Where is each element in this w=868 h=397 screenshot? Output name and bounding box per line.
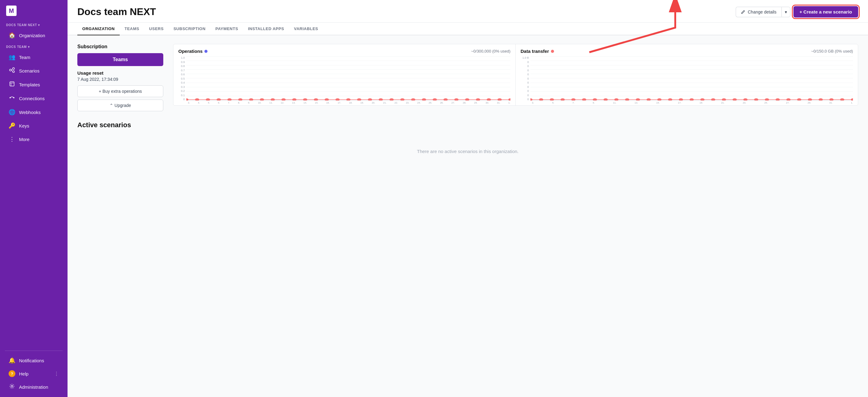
templates-icon xyxy=(9,81,16,88)
team-label: Team xyxy=(19,55,30,60)
connections-icon xyxy=(9,95,16,102)
svg-point-69 xyxy=(797,98,801,101)
y-axis-operations: 1.0 0.9 0.8 0.7 0.6 0.5 0.4 0.3 0.2 0. xyxy=(178,56,186,101)
docs-team-header[interactable]: DOCS TEAM ▾ xyxy=(0,42,67,50)
svg-point-21 xyxy=(281,98,286,101)
webhooks-label: Webhooks xyxy=(19,110,41,115)
svg-point-30 xyxy=(379,98,383,101)
svg-point-49 xyxy=(582,98,586,101)
svg-point-38 xyxy=(465,98,469,101)
svg-point-54 xyxy=(636,98,640,101)
x-axis-labels: 3. 4. 5. 6. 7. 8. 9. 10. 11. 12. 13. xyxy=(178,102,510,104)
data-transfer-subtitle: ~0/150.0 GB (0% used) xyxy=(811,49,853,54)
svg-point-60 xyxy=(701,98,705,101)
svg-point-2 xyxy=(12,71,14,73)
tab-users[interactable]: USERS xyxy=(144,23,168,35)
svg-line-3 xyxy=(11,69,12,70)
svg-point-51 xyxy=(603,98,608,101)
help-options-icon: ⋮ xyxy=(54,371,59,377)
upgrade-button[interactable]: ⌃ Upgrade xyxy=(78,100,163,111)
svg-point-74 xyxy=(851,98,853,101)
dt-x-axis: 3. 5. 7. 9. 11. 13. 15. 17. 19. 21. 23. xyxy=(521,102,853,104)
svg-point-50 xyxy=(593,98,597,101)
svg-point-39 xyxy=(476,98,480,101)
sidebar-item-help[interactable]: ? Help ⋮ xyxy=(2,367,65,380)
sidebar-item-connections[interactable]: Connections xyxy=(2,92,65,105)
dt-line-chart xyxy=(530,56,853,101)
page-title: Docs team NEXT xyxy=(78,6,156,23)
usage-reset-heading: Usage reset xyxy=(78,70,163,76)
dt-plot xyxy=(530,56,853,101)
teams-plan-button[interactable]: Teams xyxy=(78,53,163,66)
change-details-button[interactable]: Change details xyxy=(736,7,781,17)
sidebar-item-team[interactable]: 👥 Team xyxy=(2,51,65,64)
svg-point-36 xyxy=(443,98,448,101)
svg-point-62 xyxy=(722,98,726,101)
svg-point-41 xyxy=(498,98,502,101)
svg-point-14 xyxy=(206,98,210,101)
upgrade-label: ⌃ Upgrade xyxy=(110,103,131,108)
top-org-header[interactable]: DOCS TEAM NEXT ▾ xyxy=(0,20,67,29)
svg-point-18 xyxy=(249,98,253,101)
svg-point-40 xyxy=(487,98,491,101)
svg-point-59 xyxy=(689,98,694,101)
svg-point-0 xyxy=(9,69,11,71)
svg-point-55 xyxy=(646,98,651,101)
sidebar-item-webhooks[interactable]: 🌐 Webhooks xyxy=(2,106,65,119)
svg-point-66 xyxy=(765,98,769,101)
notifications-label: Notifications xyxy=(19,358,44,363)
tab-organization[interactable]: ORGANIZATION xyxy=(78,23,120,35)
svg-point-63 xyxy=(733,98,737,101)
dt-chart-area: 1.0 B 0 0 0 0 0 0 0 0 0 xyxy=(521,56,853,105)
svg-point-53 xyxy=(625,98,629,101)
sidebar-item-organization[interactable]: 🏠 Organization xyxy=(2,29,65,42)
administration-label: Administration xyxy=(19,385,48,390)
change-details-dropdown[interactable]: ▾ xyxy=(781,7,790,17)
svg-point-48 xyxy=(571,98,576,101)
svg-point-61 xyxy=(711,98,715,101)
svg-point-25 xyxy=(325,98,329,101)
svg-point-58 xyxy=(679,98,683,101)
plan-name: Teams xyxy=(113,57,128,62)
buy-extra-button[interactable]: + Buy extra operations xyxy=(78,85,163,97)
svg-point-15 xyxy=(217,98,221,101)
tab-payments[interactable]: PAYMENTS xyxy=(211,23,243,35)
data-transfer-title: Data transfer xyxy=(521,49,554,54)
tab-installed-apps[interactable]: INSTALLED APPS xyxy=(243,23,289,35)
data-transfer-chart-header: Data transfer ~0/150.0 GB (0% used) xyxy=(521,49,853,54)
sidebar-divider xyxy=(5,350,63,351)
create-scenario-label: + Create a new scenario xyxy=(800,9,852,15)
svg-point-71 xyxy=(818,98,823,101)
tab-subscription[interactable]: SUBSCRIPTION xyxy=(168,23,210,35)
sidebar-item-more[interactable]: ⋮ More xyxy=(2,133,65,146)
sidebar-item-administration[interactable]: Administration xyxy=(2,380,65,394)
operations-title: Operations xyxy=(178,49,208,54)
charts-row: Operations ~0/300,000 (0% used) 1.0 0.9 … xyxy=(173,44,858,106)
sidebar-item-keys[interactable]: 🔑 Keys xyxy=(2,119,65,132)
create-scenario-button[interactable]: + Create a new scenario xyxy=(794,6,858,18)
ops-line-chart xyxy=(186,56,510,101)
keys-label: Keys xyxy=(19,123,29,129)
more-dots-icon: ⋮ xyxy=(9,136,16,143)
edit-icon xyxy=(741,10,745,14)
operations-subtitle: ~0/300,000 (0% used) xyxy=(471,49,510,54)
sidebar-item-scenarios[interactable]: Scenarios xyxy=(2,64,65,78)
help-label: Help xyxy=(19,371,29,376)
sidebar-item-templates[interactable]: Templates xyxy=(2,78,65,91)
webhooks-icon: 🌐 xyxy=(9,109,16,116)
tab-teams[interactable]: TEAMS xyxy=(120,23,144,35)
top-org-label: DOCS TEAM NEXT ▾ xyxy=(6,23,40,27)
sidebar-item-notifications[interactable]: 🔔 Notifications xyxy=(2,354,65,367)
svg-point-31 xyxy=(390,98,394,101)
svg-point-20 xyxy=(271,98,275,101)
svg-point-72 xyxy=(829,98,834,101)
svg-point-46 xyxy=(550,98,554,101)
dropdown-chevron-icon: ▾ xyxy=(785,9,787,15)
svg-point-37 xyxy=(454,98,459,101)
scenarios-label: Scenarios xyxy=(19,68,40,74)
data-transfer-chart: Data transfer ~0/150.0 GB (0% used) 1.0 … xyxy=(516,44,858,105)
logo-letter: M xyxy=(9,7,14,15)
svg-point-33 xyxy=(411,98,415,101)
svg-point-1 xyxy=(12,67,14,69)
tab-variables[interactable]: VARIABLES xyxy=(289,23,323,35)
